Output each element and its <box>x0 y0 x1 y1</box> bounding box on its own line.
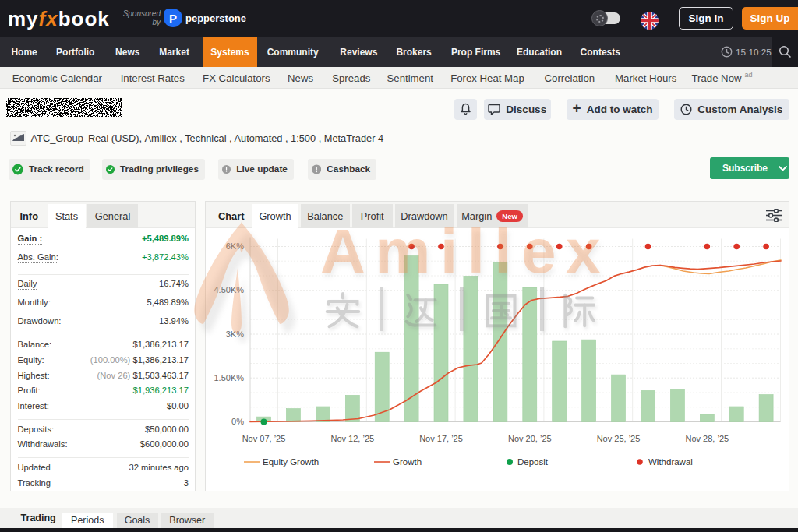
svg-text:Nov 28, ’25: Nov 28, ’25 <box>685 434 729 443</box>
svg-text:Growth: Growth <box>393 457 422 467</box>
svg-text:Nov 17, ’25: Nov 17, ’25 <box>419 434 463 443</box>
svg-text:Nov 25, ’25: Nov 25, ’25 <box>597 434 641 443</box>
svg-text:Nov 12, ’25: Nov 12, ’25 <box>330 434 374 443</box>
svg-text:Deposit: Deposit <box>517 457 549 467</box>
svg-text:0%: 0% <box>231 417 244 426</box>
svg-text:Equity Growth: Equity Growth <box>263 457 319 467</box>
svg-text:Withdrawal: Withdrawal <box>648 457 693 467</box>
svg-text:Nov 20, ’25: Nov 20, ’25 <box>508 434 552 443</box>
svg-text:Nov 07, ’25: Nov 07, ’25 <box>242 434 286 443</box>
svg-text:1.50K%: 1.50K% <box>214 373 244 382</box>
